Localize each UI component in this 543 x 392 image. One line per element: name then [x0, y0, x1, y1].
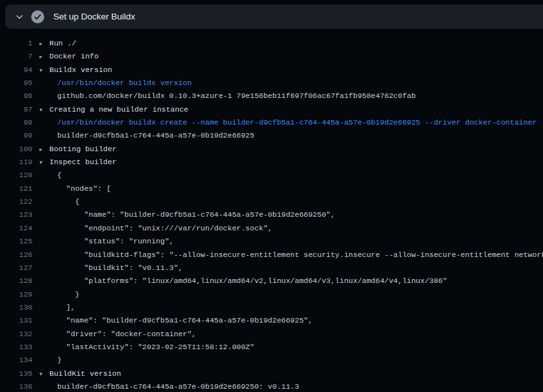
arrow-spacer [32, 129, 49, 142]
log-line: 136builder-d9cfb5a1-c764-445a-a57e-0b19d… [0, 380, 543, 392]
log-text: "endpoint": "unix:///var/run/docker.sock… [49, 222, 272, 235]
log-line: 134} [0, 354, 543, 367]
line-number[interactable]: 122 [0, 195, 32, 208]
arrow-spacer [32, 354, 49, 367]
log-line[interactable]: 97▾Creating a new builder instance [0, 103, 543, 116]
line-number[interactable]: 98 [0, 116, 32, 129]
arrow-spacer [32, 208, 49, 221]
line-number[interactable]: 126 [0, 249, 32, 262]
log-text: /usr/bin/docker buildx create --name bui… [49, 116, 537, 129]
line-number[interactable]: 100 [0, 143, 32, 156]
log-text: github.com/docker/buildx 0.10.3+azure-1 … [49, 90, 416, 103]
arrow-spacer [32, 169, 49, 182]
arrow-spacer [32, 328, 49, 341]
log-text: "status": "running", [49, 235, 173, 248]
log-text: "nodes": [ [49, 182, 111, 195]
chevron-down-icon[interactable] [14, 12, 25, 22]
line-number[interactable]: 95 [0, 77, 32, 90]
arrow-spacer [32, 182, 49, 195]
log-line: 121 "nodes": [ [0, 182, 543, 195]
line-number[interactable]: 99 [0, 129, 32, 142]
line-number[interactable]: 130 [0, 301, 32, 314]
arrow-spacer [32, 275, 49, 288]
log-line: 131 "name": "builder-d9cfb5a1-c764-445a-… [0, 314, 543, 327]
log-line: 128 "platforms": "linux/amd64,linux/amd6… [0, 275, 543, 288]
step-title: Set up Docker Buildx [53, 12, 135, 21]
triangle-down-icon[interactable]: ▾ [32, 156, 49, 169]
line-number[interactable]: 96 [0, 90, 32, 103]
line-number[interactable]: 121 [0, 182, 32, 195]
arrow-spacer [32, 262, 49, 275]
log-group-title: Inspect builder [49, 156, 117, 169]
log-text: } [49, 354, 62, 367]
actions-log-viewer: Set up Docker Buildx 1▸Run ./7▸Docker in… [0, 0, 543, 392]
log-line: 95/usr/bin/docker buildx version [0, 77, 543, 90]
triangle-right-icon[interactable]: ▸ [32, 37, 49, 50]
log-line: 127 "buildkit": "v0.11.3", [0, 262, 543, 275]
log-text: } [49, 288, 80, 301]
line-number[interactable]: 120 [0, 169, 32, 182]
line-number[interactable]: 124 [0, 222, 32, 235]
line-number[interactable]: 128 [0, 275, 32, 288]
log-line[interactable]: 100▸Booting builder [0, 143, 543, 156]
log-line: 96github.com/docker/buildx 0.10.3+azure-… [0, 90, 543, 103]
triangle-right-icon[interactable]: ▸ [32, 50, 49, 63]
log-group-title: BuildKit version [49, 367, 121, 380]
log-text: /usr/bin/docker buildx version [49, 77, 192, 90]
line-number[interactable]: 127 [0, 262, 32, 275]
log-line[interactable]: 7▸Docker info [0, 50, 543, 63]
log-line: 132 "driver": "docker-container", [0, 328, 543, 341]
log-text: ], [49, 301, 75, 314]
log-text: "name": "builder-d9cfb5a1-c764-445a-a57e… [49, 208, 335, 221]
log-text: "name": "builder-d9cfb5a1-c764-445a-a57e… [49, 314, 312, 327]
log-line: 99builder-d9cfb5a1-c764-445a-a57e-0b19d2… [0, 129, 543, 142]
log-text: { [49, 195, 80, 208]
log-line[interactable]: 119▾Inspect builder [0, 156, 543, 169]
line-number[interactable]: 129 [0, 288, 32, 301]
log-text: builder-d9cfb5a1-c764-445a-a57e-0b19d2e6… [49, 380, 299, 392]
step-header[interactable]: Set up Docker Buildx [5, 5, 543, 29]
log-line: 120{ [0, 169, 543, 182]
log-line: 124 "endpoint": "unix:///var/run/docker.… [0, 222, 543, 235]
log-line[interactable]: 135▾BuildKit version [0, 367, 543, 380]
check-circle-icon [31, 10, 44, 23]
arrow-spacer [32, 195, 49, 208]
log-text: "platforms": "linux/amd64,linux/amd64/v2… [49, 275, 447, 288]
line-number[interactable]: 132 [0, 328, 32, 341]
log-group-title: Buildx version [49, 64, 112, 77]
line-number[interactable]: 94 [0, 64, 32, 77]
log-line: 125 "status": "running", [0, 235, 543, 248]
arrow-spacer [32, 116, 49, 129]
line-number[interactable]: 1 [0, 37, 32, 50]
line-number[interactable]: 125 [0, 235, 32, 248]
line-number[interactable]: 131 [0, 314, 32, 327]
log-line: 129 } [0, 288, 543, 301]
arrow-spacer [32, 77, 49, 90]
triangle-down-icon[interactable]: ▾ [32, 367, 49, 380]
log-lines-container: 1▸Run ./7▸Docker info94▾Buildx version95… [0, 37, 543, 392]
log-group-title: Run ./ [49, 37, 76, 50]
log-text: "buildkit": "v0.11.3", [49, 262, 183, 275]
log-group-title: Booting builder [49, 143, 117, 156]
log-group-title: Creating a new builder instance [49, 103, 188, 116]
triangle-right-icon[interactable]: ▸ [32, 143, 49, 156]
log-line: 126 "buildkitd-flags": "--allow-insecure… [0, 249, 543, 262]
line-number[interactable]: 119 [0, 156, 32, 169]
line-number[interactable]: 7 [0, 50, 32, 63]
log-text: "lastActivity": "2023-02-25T11:58:12.000… [49, 341, 255, 354]
line-number[interactable]: 97 [0, 103, 32, 116]
log-line: 130 ], [0, 301, 543, 314]
line-number[interactable]: 135 [0, 367, 32, 380]
line-number[interactable]: 133 [0, 341, 32, 354]
arrow-spacer [32, 249, 49, 262]
log-line[interactable]: 94▾Buildx version [0, 64, 543, 77]
line-number[interactable]: 123 [0, 208, 32, 221]
log-line[interactable]: 1▸Run ./ [0, 37, 543, 50]
line-number[interactable]: 134 [0, 354, 32, 367]
arrow-spacer [32, 341, 49, 354]
log-line: 133 "lastActivity": "2023-02-25T11:58:12… [0, 341, 543, 354]
triangle-down-icon[interactable]: ▾ [32, 64, 49, 77]
arrow-spacer [32, 90, 49, 103]
line-number[interactable]: 136 [0, 380, 32, 392]
triangle-down-icon[interactable]: ▾ [32, 103, 49, 116]
